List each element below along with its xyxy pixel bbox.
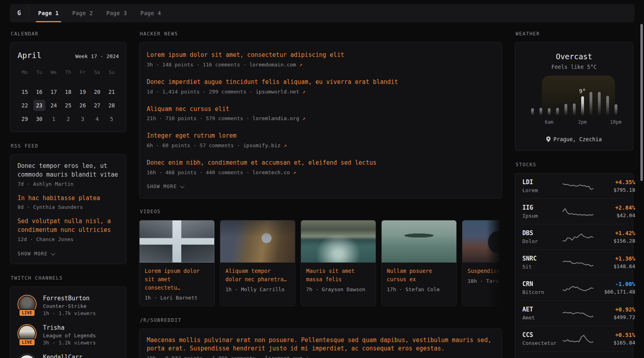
stock-row[interactable]: CCS Consectetur +0.51% $165.84 (522, 326, 627, 351)
external-link-icon: ↗ (302, 115, 305, 121)
reddit-post[interactable]: Maecenas mollis pulvinar erat non posuer… (147, 336, 495, 358)
stock-row[interactable]: AHS +0.46% (522, 351, 627, 358)
video-card[interactable]: Nullam posuere cursus ex 17h · Stefan Co… (381, 220, 457, 306)
stock-symbol[interactable]: CCS (522, 331, 559, 339)
twitch-channel[interactable]: LIVE Trisha League of Legends 3h · 1.2k … (17, 324, 119, 346)
stock-sparkline (563, 257, 593, 268)
twitch-section-label: TWITCH CHANNELS (11, 275, 126, 281)
stock-symbol[interactable]: SNRC (522, 255, 559, 262)
hn-story-title[interactable]: Aliquam nec cursus elit (147, 105, 495, 114)
stock-name: Amet (522, 315, 559, 321)
stock-price: $499.72 (597, 314, 635, 320)
hn-story[interactable]: Donec imperdiet augue tincidunt felis al… (147, 73, 495, 100)
hn-story-title[interactable]: Donec imperdiet augue tincidunt felis al… (147, 78, 495, 87)
channel-name[interactable]: ForrestBurton (43, 295, 96, 302)
page-tab[interactable]: Page 1 (37, 4, 60, 22)
calendar-day: 20 (91, 86, 103, 97)
calendar-day: 3 (77, 113, 89, 125)
stock-row[interactable]: DBS Dolor +1.42% $156.28 (522, 224, 627, 249)
twitch-channel[interactable]: LIVE KendallCarr (17, 354, 119, 358)
stock-symbol[interactable]: DBS (522, 230, 559, 237)
temperature-column (603, 94, 612, 115)
video-card[interactable]: Suspendisse diam 18h · Tara (462, 220, 502, 306)
reddit-post-title[interactable]: Maecenas mollis pulvinar erat non posuer… (147, 336, 495, 354)
video-card[interactable]: Lorem ipsum dolor sit amet consectetu… 1… (139, 220, 215, 306)
hn-show-more-button[interactable]: SHOW MORE (147, 181, 183, 194)
temperature-column (553, 106, 562, 115)
calendar-day: 5 (106, 113, 118, 125)
hn-story-domain[interactable]: loremdomain.com (249, 62, 296, 68)
channel-game: League of Legends (43, 333, 96, 339)
hn-story[interactable]: Donec enim nibh, condimentum et accumsan… (147, 154, 495, 181)
show-more-label: SHOW MORE (147, 184, 177, 189)
hn-story-domain[interactable]: loremtech.co (252, 169, 290, 175)
stock-sparkline (563, 180, 593, 192)
chevron-down-icon (180, 184, 184, 188)
rss-item[interactable]: In hac habitasse platea 8d · Cynthia Sau… (17, 194, 119, 210)
video-thumbnail[interactable] (382, 220, 456, 263)
stock-sparkline (563, 282, 593, 294)
page-tab[interactable]: Page 2 (72, 4, 94, 22)
hn-story[interactable]: Aliquam nec cursus elit 21h · 710 points… (147, 100, 495, 127)
stock-row[interactable]: AET Amet +0.92% $499.72 (522, 300, 627, 326)
video-thumbnail[interactable] (301, 220, 376, 263)
stock-symbol[interactable]: LDI (522, 179, 559, 186)
channel-viewers: 3h · 1.2k viewers (43, 340, 96, 346)
rss-item[interactable]: Sed volutpat nulla nisl, a condimentum n… (17, 217, 119, 242)
video-card[interactable]: Mauris sit amet massa felis 7h · Grayson… (301, 220, 376, 306)
stock-name: Lorem (522, 187, 559, 193)
stock-symbol[interactable]: AET (522, 306, 559, 313)
temperature-column (537, 106, 545, 115)
stock-change: +2.84% (597, 204, 635, 211)
video-author: 17h · Stefan Cole (387, 286, 451, 292)
temperature-column (570, 101, 578, 115)
hn-story[interactable]: Lorem ipsum dolor sit amet, consectetur … (147, 46, 495, 73)
stock-row[interactable]: IIG Ipsum +2.84% $42.04 (522, 198, 627, 224)
page-tab[interactable]: Page 3 (106, 4, 128, 22)
rss-item[interactable]: Donec tempor eros leo, ut commodo mauris… (17, 162, 119, 187)
page-scrollbar-thumb[interactable] (640, 24, 643, 181)
hn-story-domain[interactable]: ipsumworld.net (256, 89, 299, 95)
temp-bar (573, 103, 576, 115)
rss-item-title[interactable]: Sed volutpat nulla nisl, a condimentum n… (17, 217, 119, 235)
video-title[interactable]: Lorem ipsum dolor sit amet consectetu… (145, 267, 209, 292)
stock-row[interactable]: SNRC Sit +1.36% $148.64 (522, 249, 627, 275)
stock-sparkline (563, 206, 593, 218)
stock-symbol[interactable]: IIG (522, 204, 559, 211)
left-column: CALENDAR April Week 17 · 2024 Mo Tu We T… (10, 28, 126, 358)
weekday-label: Th (61, 68, 75, 78)
video-title[interactable]: Suspendisse diam (467, 267, 502, 275)
stock-row[interactable]: CRN Bitcorn -1.00% $66,171.48 (522, 275, 627, 300)
video-title[interactable]: Aliquam tempor dolor nec pharetra… (225, 267, 290, 284)
twitch-channel[interactable]: LIVE ForrestBurton Counter-Strike 1h · 1… (17, 295, 119, 316)
hn-story-stats: 3h · 148 points · 116 comments · (147, 62, 249, 68)
stock-name: Dolor (522, 238, 559, 244)
video-thumbnail[interactable] (462, 220, 502, 263)
rss-item-title[interactable]: In hac habitasse platea (17, 194, 119, 203)
hn-story-stats: 1d · 1,414 points · 299 comments · (147, 89, 256, 95)
hn-story-domain[interactable]: loremlandia.org (252, 115, 299, 121)
reddit-post-domain[interactable]: loremnet.xyz (265, 355, 302, 358)
temp-bar (539, 108, 542, 115)
video-card[interactable]: Aliquam tempor dolor nec pharetra… 1h · … (220, 220, 295, 306)
stock-row[interactable]: LDI Lorem +4.35% $795.18 (522, 173, 627, 198)
channel-avatar: LIVE (17, 354, 37, 358)
hn-story[interactable]: Integer eget rutrum lorem 6h · 60 points… (147, 126, 495, 154)
hn-story-domain[interactable]: ipsumify.biz (243, 142, 281, 148)
page-tab[interactable]: Page 4 (140, 4, 162, 22)
temp-bar (590, 92, 592, 115)
video-thumbnail[interactable] (140, 220, 214, 263)
external-link-icon: ↗ (305, 355, 308, 358)
video-title[interactable]: Nullam posuere cursus ex (387, 267, 451, 284)
rss-show-more-button[interactable]: SHOW MORE (17, 250, 54, 258)
channel-name[interactable]: KendallCarr (43, 354, 82, 358)
video-thumbnail[interactable] (220, 220, 295, 263)
video-title[interactable]: Mauris sit amet massa felis (306, 267, 370, 284)
hn-story-title[interactable]: Donec enim nibh, condimentum et accumsan… (147, 159, 495, 167)
stock-symbol[interactable]: CRN (522, 280, 559, 288)
app-logo[interactable]: G (10, 4, 29, 22)
channel-name[interactable]: Trisha (43, 324, 96, 331)
hn-story-title[interactable]: Integer eget rutrum lorem (147, 132, 495, 140)
hn-story-title[interactable]: Lorem ipsum dolor sit amet, consectetur … (147, 51, 495, 60)
rss-item-title[interactable]: Donec tempor eros leo, ut commodo mauris… (17, 162, 119, 179)
